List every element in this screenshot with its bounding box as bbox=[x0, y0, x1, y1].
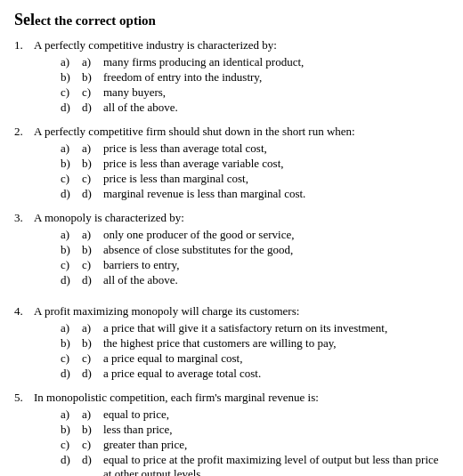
page-title: Select the correct option bbox=[14, 11, 449, 29]
question-block-4: 4.A profit maximizing monopoly will char… bbox=[14, 304, 449, 382]
option-3-a: a)only one producer of the good or servi… bbox=[61, 228, 449, 242]
option-text-2-d: marginal revenue is less than marginal c… bbox=[103, 187, 305, 201]
option-text-5-a: equal to price, bbox=[103, 407, 169, 422]
question-content-1: A perfectly competitive industry is char… bbox=[34, 38, 449, 116]
option-2-b: b)price is less than average variable co… bbox=[61, 157, 449, 171]
question-number-3: 3. bbox=[14, 211, 34, 288]
option-letter-3-b: b) bbox=[82, 243, 100, 257]
option-letter-1-c: c) bbox=[82, 85, 100, 100]
options-list-4: a)a price that will give it a satisfacto… bbox=[61, 321, 449, 381]
option-4-c: c)a price equal to marginal cost, bbox=[61, 351, 449, 366]
question-text-2: A perfectly competitive firm should shut… bbox=[34, 125, 449, 139]
options-list-3: a)only one producer of the good or servi… bbox=[61, 228, 449, 287]
options-list-1: a)many firms producing an identical prod… bbox=[61, 55, 449, 115]
option-2-d: d)marginal revenue is less than marginal… bbox=[61, 187, 449, 201]
option-letter-3-c: c) bbox=[82, 258, 100, 272]
option-text-3-b: absence of close substitutes for the goo… bbox=[103, 243, 293, 257]
option-text-5-b: less than price, bbox=[103, 423, 173, 437]
questions-container: 1.A perfectly competitive industry is ch… bbox=[14, 38, 449, 476]
option-text-3-d: all of the above. bbox=[103, 273, 178, 287]
option-letter-2-b: b) bbox=[82, 157, 100, 171]
option-4-a: a)a price that will give it a satisfacto… bbox=[61, 321, 449, 335]
option-text-4-d: a price equal to average total cost. bbox=[103, 367, 261, 381]
question-text-3: A monopoly is characterized by: bbox=[34, 211, 449, 225]
option-letter-1-d: d) bbox=[82, 101, 100, 115]
option-letter-2-a: a) bbox=[82, 141, 100, 156]
option-letter-2-d: d) bbox=[82, 187, 100, 201]
title-rest: ect the correct option bbox=[35, 13, 156, 28]
option-text-2-b: price is less than average variable cost… bbox=[103, 157, 284, 171]
option-1-d: d)all of the above. bbox=[61, 101, 449, 115]
question-text-5: In monopolistic competition, each firm's… bbox=[34, 391, 449, 405]
option-4-d: d)a price equal to average total cost. bbox=[61, 367, 449, 381]
option-letter-4-c: c) bbox=[82, 351, 100, 366]
option-letter-3-d: d) bbox=[82, 273, 100, 287]
title-sel: Sel bbox=[14, 11, 35, 28]
question-content-5: In monopolistic competition, each firm's… bbox=[34, 391, 449, 476]
option-text-5-d: equal to price at the profit maximizing … bbox=[103, 453, 449, 476]
option-letter-2-c: c) bbox=[82, 172, 100, 186]
options-list-5: a)equal to price,b)less than price,c)gre… bbox=[61, 407, 449, 476]
question-content-2: A perfectly competitive firm should shut… bbox=[34, 125, 449, 202]
option-1-c: c)many buyers, bbox=[61, 85, 449, 100]
question-block-3: 3.A monopoly is characterized by:a)only … bbox=[14, 211, 449, 288]
question-text-4: A profit maximizing monopoly will charge… bbox=[34, 304, 449, 319]
option-letter-4-d: d) bbox=[82, 367, 100, 381]
option-letter-4-a: a) bbox=[82, 321, 100, 335]
option-text-1-b: freedom of entry into the industry, bbox=[103, 70, 262, 85]
option-letter-3-a: a) bbox=[82, 228, 100, 242]
option-letter-5-a: a) bbox=[82, 407, 100, 422]
option-text-1-c: many buyers, bbox=[103, 85, 166, 100]
question-number-1: 1. bbox=[14, 38, 34, 116]
option-text-5-c: greater than price, bbox=[103, 438, 187, 452]
option-text-2-a: price is less than average total cost, bbox=[103, 141, 267, 156]
option-5-b: b)less than price, bbox=[61, 423, 449, 437]
question-block-5: 5.In monopolistic competition, each firm… bbox=[14, 391, 449, 476]
option-letter-1-a: a) bbox=[82, 55, 100, 69]
option-2-c: c)price is less than marginal cost, bbox=[61, 172, 449, 186]
options-list-2: a)price is less than average total cost,… bbox=[61, 141, 449, 201]
question-text-1: A perfectly competitive industry is char… bbox=[34, 38, 449, 52]
question-number-5: 5. bbox=[14, 391, 34, 476]
option-text-4-a: a price that will give it a satisfactory… bbox=[103, 321, 387, 335]
option-3-d: d)all of the above. bbox=[61, 273, 449, 287]
question-number-4: 4. bbox=[14, 304, 34, 382]
question-content-3: A monopoly is characterized by:a)only on… bbox=[34, 211, 449, 288]
option-5-d: d)equal to price at the profit maximizin… bbox=[61, 453, 449, 476]
option-text-2-c: price is less than marginal cost, bbox=[103, 172, 248, 186]
option-5-a: a)equal to price, bbox=[61, 407, 449, 422]
question-content-4: A profit maximizing monopoly will charge… bbox=[34, 304, 449, 382]
option-5-c: c)greater than price, bbox=[61, 438, 449, 452]
question-number-2: 2. bbox=[14, 125, 34, 202]
option-letter-5-b: b) bbox=[82, 423, 100, 437]
option-1-b: b)freedom of entry into the industry, bbox=[61, 70, 449, 85]
option-text-4-b: the highest price that customers are wil… bbox=[103, 336, 337, 351]
option-letter-1-b: b) bbox=[82, 70, 100, 85]
option-text-1-a: many firms producing an identical produc… bbox=[103, 55, 304, 69]
option-letter-4-b: b) bbox=[82, 336, 100, 351]
question-block-2: 2.A perfectly competitive firm should sh… bbox=[14, 125, 449, 202]
option-3-c: c)barriers to entry, bbox=[61, 258, 449, 272]
option-4-b: b)the highest price that customers are w… bbox=[61, 336, 449, 351]
option-1-a: a)many firms producing an identical prod… bbox=[61, 55, 449, 69]
option-text-3-c: barriers to entry, bbox=[103, 258, 179, 272]
option-text-3-a: only one producer of the good or service… bbox=[103, 228, 294, 242]
option-letter-5-d: d) bbox=[82, 453, 100, 467]
option-letter-5-c: c) bbox=[82, 438, 100, 452]
option-text-4-c: a price equal to marginal cost, bbox=[103, 351, 242, 366]
option-text-1-d: all of the above. bbox=[103, 101, 178, 115]
option-2-a: a)price is less than average total cost, bbox=[61, 141, 449, 156]
question-block-1: 1.A perfectly competitive industry is ch… bbox=[14, 38, 449, 116]
option-3-b: b)absence of close substitutes for the g… bbox=[61, 243, 449, 257]
